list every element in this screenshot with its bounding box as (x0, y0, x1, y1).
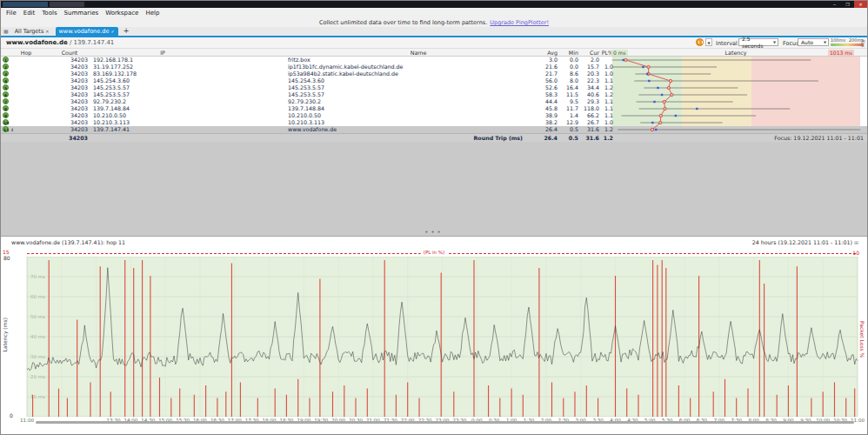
pl-cell: 1.1 (601, 112, 613, 119)
count-cell: 34203 (51, 91, 88, 98)
taskbar-item (3, 2, 48, 7)
chevron-down-icon: ▼ (773, 39, 776, 46)
trace-table-header: Hop Count IP Name Avg Min Cur PL% 0 ms L… (1, 48, 867, 57)
x-tick-label: 11:00 (20, 418, 34, 423)
tab-www-vodafone-de[interactable]: www.vodafone.de ✓ (56, 27, 118, 36)
header-pl[interactable]: PL% (596, 50, 613, 56)
count-cell: 34203 (51, 105, 88, 112)
target-host: www.vodafone.de (6, 39, 68, 46)
avg-cell: 56.0 (524, 77, 558, 84)
cur-cell: 20.3 (575, 70, 599, 77)
pl-cell: 1.1 (601, 77, 613, 84)
name-cell: 10.210.0.50 (288, 112, 321, 119)
name-cell: ip53a984b2.static.kabel-deutschland.de (288, 70, 398, 77)
tab-bar: ▦ All Targets ✕ www.vodafone.de ✓ + (1, 27, 867, 37)
menu-item-help[interactable]: Help (144, 10, 164, 17)
hop-row-9[interactable]: 93420310.210.0.5010.210.0.5038.91.466.21… (1, 112, 868, 119)
hop-row-11[interactable]: 11ılı34203139.7.147.41www.vodafone.de26.… (1, 126, 868, 133)
svg-text:20 ms: 20 ms (30, 374, 45, 379)
hop-number-badge: 5 (3, 84, 9, 90)
menu-item-tools[interactable]: Tools (40, 10, 62, 17)
hop-row-1[interactable]: 134203192.168.178.1fritz.box3.00.02.0 (1, 57, 868, 64)
ip-cell: 139.7.147.41 (93, 126, 130, 133)
header-name[interactable]: Name (288, 50, 549, 56)
hop-number-badge: 6 (3, 91, 9, 97)
pl-scale-left: 15 (3, 249, 10, 255)
name-cell: fritz.box (288, 57, 310, 64)
focus-range-text: Focus: 19.12.2021 11:01 - 11:01 (774, 135, 864, 141)
timeline-shown-icon: ılı (11, 126, 12, 133)
focus-value: Auto (801, 39, 813, 46)
timeline-scrollbar[interactable] (36, 421, 854, 424)
ip-cell: 145.253.5.57 (93, 91, 130, 98)
cur-cell: 2.0 (575, 57, 599, 64)
upgrade-banner: Collect unlimited data over time to find… (1, 18, 867, 27)
cur-cell: 34.4 (575, 84, 599, 91)
summary-count: 34203 (51, 135, 88, 142)
maximize-icon[interactable]: ❐ (841, 1, 854, 8)
hop-number-badge: 3 (3, 70, 9, 77)
pl-cell: 1.0 (601, 70, 613, 77)
legend-100ms: 100ms (831, 38, 845, 43)
menu-bar: FileEditToolsSummariesWorkspaceHelp (1, 8, 867, 18)
upgrade-link[interactable]: Upgrade PingPlotter! (490, 19, 549, 26)
pause-dropdown-button[interactable]: ▼ (705, 38, 712, 46)
range-menu-icon[interactable]: ⊞ (854, 239, 858, 245)
tab-label: www.vodafone.de (59, 28, 110, 35)
header-ip[interactable]: IP (93, 50, 232, 56)
count-cell: 34203 (51, 112, 88, 119)
tab-all-targets[interactable]: All Targets ✕ (11, 27, 53, 36)
pause-button[interactable] (696, 38, 704, 46)
avg-cell: 21.6 (524, 64, 558, 70)
header-count[interactable]: Count (51, 50, 88, 56)
avg-cell: 38.2 (524, 119, 558, 126)
menu-item-summaries[interactable]: Summaries (63, 10, 104, 17)
hop-row-10[interactable]: 103420310.210.3.11310.210.3.11338.212.92… (1, 119, 868, 126)
close-tab-icon[interactable]: ✕ (45, 29, 49, 34)
cur-cell: 22.3 (575, 77, 599, 84)
header-avg[interactable]: Avg (524, 50, 558, 56)
tab-label: All Targets (15, 28, 44, 35)
summary-cur: 31.6 (575, 135, 599, 142)
hop-row-6[interactable]: 634203145.253.5.57145.253.5.5758.311.540… (1, 91, 868, 98)
hop-row-4[interactable]: 434203145.254.3.60145.254.3.6056.08.022.… (1, 77, 868, 84)
interval-label: Interval (716, 40, 738, 47)
svg-text:30 ms: 30 ms (30, 354, 45, 359)
pl-scale-right: 10 (852, 250, 859, 256)
hop-row-7[interactable]: 73420392.79.230.292.79.230.244.49.529.31… (1, 98, 868, 105)
splitter-handle[interactable]: ••• (424, 230, 443, 235)
hop-number-badge: 8 (3, 105, 9, 111)
hop-row-8[interactable]: 834203139.7.148.84139.7.148.8445.811.711… (1, 105, 868, 112)
menu-item-workspace[interactable]: Workspace (103, 10, 144, 17)
cur-cell: 40.6 (575, 91, 599, 98)
pl-strip-label: (PL in %) (421, 250, 447, 255)
focus-select[interactable]: Auto▼ (798, 38, 829, 46)
hop-row-5[interactable]: 534203145.253.5.57145.253.5.5752.616.434… (1, 84, 868, 91)
pl-cell: 1.1 (601, 105, 613, 112)
menu-item-file[interactable]: File (4, 10, 22, 17)
ip-cell: 145.254.3.60 (93, 77, 130, 84)
pl-cell: 1.0 (601, 119, 613, 126)
timeline-range[interactable]: 24 hours (19.12.2021 11:01 - 11:01)⊞ (752, 239, 858, 245)
focus-label: Focus (783, 40, 799, 47)
menu-item-edit[interactable]: Edit (22, 10, 41, 17)
minimize-icon[interactable]: ─ (828, 1, 841, 8)
count-cell: 34203 (51, 57, 88, 64)
header-hop[interactable]: Hop (15, 50, 37, 56)
avg-cell: 26.4 (524, 126, 558, 133)
round-trip-row: 34203 Round Trip (ms) 26.4 0.5 31.6 1.2 … (1, 133, 867, 142)
latency-timeline-chart[interactable]: 70 ms60 ms50 ms40 ms30 ms20 ms10 ms (1, 257, 868, 417)
close-icon[interactable]: ✕ (854, 1, 867, 8)
hop-row-3[interactable]: 33420383.169.132.178ip53a984b2.static.ka… (1, 70, 868, 77)
hop-row-2[interactable]: 23420331.19.177.252ip1f13b1fc.dynamic.ka… (1, 64, 868, 70)
cur-cell: 15.7 (575, 64, 599, 70)
name-cell: 139.7.148.84 (288, 105, 324, 112)
header-latency: Latency (662, 50, 810, 56)
timeline-plot-area[interactable]: 70 ms60 ms50 ms40 ms30 ms20 ms10 ms 80 0… (1, 257, 867, 417)
new-tab-button[interactable]: + (121, 27, 132, 36)
hop-number-badge: 4 (3, 77, 9, 84)
interval-select[interactable]: 2.5 seconds▼ (738, 38, 778, 46)
svg-text:50 ms: 50 ms (30, 314, 45, 319)
latency-scale-max: 1013 ms (828, 50, 854, 56)
avg-cell: 3.0 (524, 57, 558, 64)
